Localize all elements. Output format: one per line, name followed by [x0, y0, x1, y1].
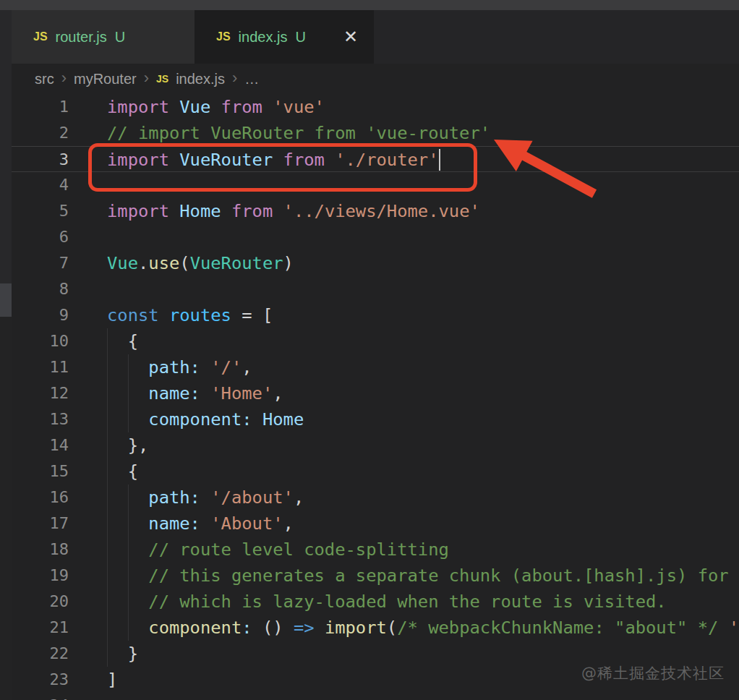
line-number[interactable]: 2	[12, 120, 69, 146]
code-text: {	[107, 328, 138, 354]
tab-index-js[interactable]: JS index.js U ✕	[195, 10, 374, 64]
tab-bar: JS router.js U JS index.js U ✕	[12, 10, 739, 64]
sidebar-scrollbar-thumb[interactable]	[0, 283, 12, 317]
code-text: name: 'About',	[107, 511, 294, 537]
line-number[interactable]: 7	[12, 250, 69, 276]
vscode-window: JS router.js U JS index.js U ✕ src › myR…	[0, 0, 739, 700]
line-number[interactable]: 10	[12, 328, 69, 354]
editor-area: JS router.js U JS index.js U ✕ src › myR…	[12, 10, 739, 700]
code-line[interactable]: 19 // this generates a separate chunk (a…	[12, 563, 739, 589]
js-file-icon: JS	[156, 73, 168, 85]
js-file-icon: JS	[33, 30, 48, 43]
line-number[interactable]: 24	[12, 693, 69, 700]
code-line[interactable]: 12 name: 'Home',	[12, 380, 739, 406]
code-text: import Vue from 'vue'	[107, 94, 325, 120]
workbench: JS router.js U JS index.js U ✕ src › myR…	[0, 10, 739, 700]
line-number[interactable]: 17	[12, 511, 69, 537]
tab-label: router.js	[56, 29, 107, 46]
tab-bar-filler	[374, 10, 739, 64]
line-number[interactable]: 12	[12, 380, 69, 406]
code-editor[interactable]: 1import Vue from 'vue'2// import VueRout…	[12, 94, 739, 700]
code-line[interactable]: 20 // which is lazy-loaded when the rout…	[12, 589, 739, 615]
code-line[interactable]: 15 {	[12, 458, 739, 485]
code-text: component: () => import(/* webpackChunkN…	[107, 615, 739, 641]
chevron-right-icon: ›	[232, 70, 237, 86]
tab-router-js[interactable]: JS router.js U	[12, 10, 195, 64]
line-number[interactable]: 16	[12, 485, 69, 511]
line-number[interactable]: 23	[12, 667, 69, 693]
code-text: path: '/',	[107, 354, 252, 380]
code-text: ]	[107, 667, 117, 693]
breadcrumb-item-symbol[interactable]: …	[244, 71, 259, 88]
tab-label: index.js	[239, 29, 288, 46]
title-bar	[0, 0, 739, 10]
code-line[interactable]: 21 component: () => import(/* webpackChu…	[12, 615, 739, 641]
chevron-right-icon: ›	[61, 70, 67, 86]
code-line[interactable]: 3import VueRouter from './router'	[12, 146, 739, 172]
code-text: // route level code-splitting	[107, 537, 449, 563]
code-line[interactable]: 24	[12, 693, 739, 700]
code-text: const routes = [	[107, 302, 273, 328]
line-number[interactable]: 6	[12, 224, 69, 250]
code-text: path: '/about',	[107, 485, 304, 511]
chevron-right-icon: ›	[144, 70, 149, 86]
code-line[interactable]: 2// import VueRouter from 'vue-router'	[12, 120, 739, 146]
code-line[interactable]: 17 name: 'About',	[12, 511, 739, 537]
line-number[interactable]: 5	[12, 198, 69, 224]
code-text: name: 'Home',	[107, 380, 283, 406]
code-line[interactable]: 14 },	[12, 432, 739, 458]
code-text: // this generates a separate chunk (abou…	[107, 563, 729, 589]
code-text: // import VueRouter from 'vue-router'	[107, 120, 490, 146]
code-line[interactable]: 6	[12, 224, 739, 250]
line-number[interactable]: 14	[12, 432, 69, 458]
js-file-icon: JS	[216, 30, 231, 43]
code-line[interactable]: 7Vue.use(VueRouter)	[12, 250, 739, 276]
code-line[interactable]: 13 component: Home	[12, 406, 739, 432]
line-number[interactable]: 15	[12, 458, 69, 485]
line-number[interactable]: 11	[12, 354, 69, 380]
breadcrumb-item-src[interactable]: src	[35, 71, 54, 88]
code-line[interactable]: 10 {	[12, 328, 739, 354]
code-text: import Home from '../views/Home.vue'	[107, 198, 480, 224]
breadcrumb-item-myrouter[interactable]: myRouter	[74, 71, 137, 88]
code-text: },	[107, 432, 148, 458]
line-number[interactable]: 1	[12, 94, 69, 120]
breadcrumb-item-indexjs[interactable]: index.js	[176, 71, 225, 88]
line-number[interactable]: 20	[12, 589, 69, 615]
breadcrumb: src › myRouter › JS index.js › …	[12, 64, 739, 94]
code-line[interactable]: 11 path: '/',	[12, 354, 739, 380]
line-number[interactable]: 21	[12, 615, 69, 641]
code-line[interactable]: 18 // route level code-splitting	[12, 537, 739, 563]
code-line[interactable]: 4	[12, 172, 739, 198]
line-number[interactable]: 22	[12, 641, 69, 667]
line-number[interactable]: 4	[12, 172, 69, 198]
code-line[interactable]: 16 path: '/about',	[12, 485, 739, 511]
code-line[interactable]: 5import Home from '../views/Home.vue'	[12, 198, 739, 224]
git-untracked-badge: U	[115, 29, 125, 46]
code-text: {	[107, 458, 138, 485]
sidebar-edge-lower	[0, 317, 12, 700]
code-line[interactable]: 9const routes = [	[12, 302, 739, 328]
text-cursor	[439, 149, 440, 171]
close-icon[interactable]: ✕	[343, 28, 358, 46]
code-text: }	[107, 641, 138, 667]
code-line[interactable]: 8	[12, 276, 739, 302]
line-number[interactable]: 8	[12, 276, 69, 302]
sidebar-edge	[0, 10, 12, 700]
code-text: import VueRouter from './router'	[107, 147, 439, 173]
code-text: component: Home	[107, 406, 304, 432]
line-number[interactable]: 19	[12, 563, 69, 589]
line-number[interactable]: 18	[12, 537, 69, 563]
code-text: // which is lazy-loaded when the route i…	[107, 589, 667, 615]
watermark: @稀土掘金技术社区	[581, 663, 725, 683]
code-line[interactable]: 1import Vue from 'vue'	[12, 94, 739, 120]
code-text: Vue.use(VueRouter)	[107, 250, 294, 276]
line-number[interactable]: 13	[12, 406, 69, 432]
line-number[interactable]: 9	[12, 302, 69, 328]
git-untracked-badge: U	[295, 29, 305, 46]
line-number[interactable]: 3	[12, 147, 69, 173]
